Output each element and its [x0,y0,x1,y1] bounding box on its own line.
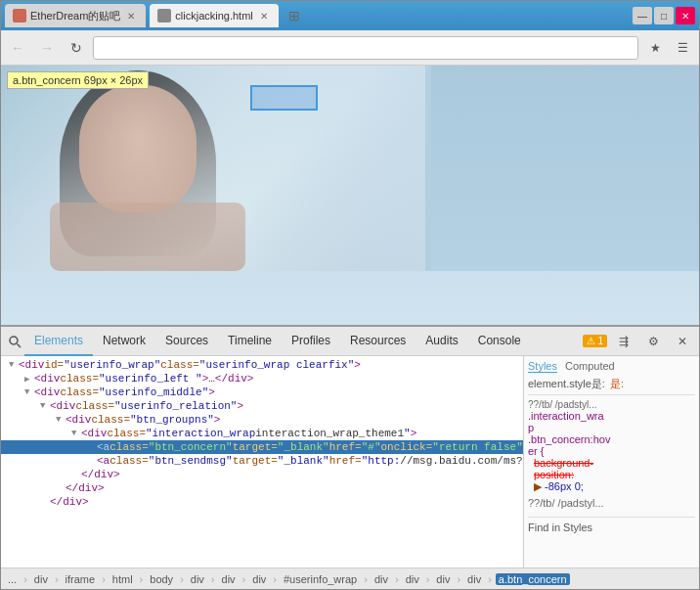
html-line-7[interactable]: <a class="btn_concern" target="_blank" h… [1,440,523,454]
html-line-1[interactable]: ▼ <div id="userinfo_wrap" class="userinf… [1,358,523,372]
html-line-5[interactable]: ▼ <div class="btn_groupns"> [1,413,523,427]
find-in-styles: Find in Styles [528,517,695,533]
triangle-3[interactable]: ▼ [24,387,34,397]
triangle-8[interactable] [87,456,97,466]
style-val-86: -86px 0; [545,480,584,492]
html-line-6[interactable]: ▼ <div class="interaction_wrap interacti… [1,427,523,440]
triangle-10[interactable] [56,483,66,493]
html-line-10[interactable]: </div> [1,481,523,495]
settings-icon[interactable]: ☰ [670,35,695,61]
devtools-search-icon[interactable] [5,332,24,351]
styles-panel-tabs: Styles Computed [528,360,695,373]
devtools-tab-profiles[interactable]: Profiles [282,327,340,356]
style-props-1: background- position: ▶ -86px 0; [528,457,695,493]
page-image-area [1,66,431,271]
tab-close-2[interactable]: ✕ [257,9,271,23]
style-rule-2: ??/tb/ /padstyl... [528,497,695,509]
breadcrumb-item-ellipsis[interactable]: ... [5,573,20,585]
style-rule-selector-1d: er { [528,445,695,457]
minimize-button[interactable]: — [633,7,652,24]
tab-close-1[interactable]: ✕ [124,9,138,23]
triangle-6[interactable]: ▼ [71,429,81,438]
triangle-5[interactable]: ▼ [56,415,66,425]
devtools-close-icon[interactable]: ✕ [670,329,695,354]
styles-panel: Styles Computed element.style是: 是: ??/tb… [523,356,699,567]
devtools-tab-sources[interactable]: Sources [155,327,218,356]
breadcrumb-item-div8[interactable]: div [464,573,484,585]
tab-clickjacking[interactable]: clickjacking.html ✕ [150,4,278,27]
titlebar: EtherDream的贴吧 ✕ clickjacking.html ✕ ⊞ — … [1,1,699,30]
devtools-tab-network[interactable]: Network [93,327,155,356]
tab-etherdream[interactable]: EtherDream的贴吧 ✕ [5,4,146,27]
window-controls: — □ ✕ [633,7,695,24]
devtools-breadcrumb: ... › div › iframe › html › body › div ›… [1,567,699,589]
style-rule-source-1: ??/tb/ /padstyl... [528,399,695,410]
reload-button[interactable]: ↻ [64,35,89,61]
breadcrumb-item-div3[interactable]: div [219,573,239,585]
elements-panel[interactable]: ▼ <div id="userinfo_wrap" class="userinf… [1,356,523,567]
browser-window: EtherDream的贴吧 ✕ clickjacking.html ✕ ⊞ — … [0,0,700,590]
styles-tab-computed[interactable]: Computed [565,360,615,373]
svg-line-1 [18,343,22,347]
style-rule-1: ??/tb/ /padstyl... .interaction_wra p .b… [528,399,695,493]
body-shape [50,203,245,271]
devtools-panel: Elements Network Sources Timeline Profil… [1,325,699,589]
style-rule-selector-1c: .btn_concern:hov [528,433,695,445]
breadcrumb-item-div2[interactable]: div [188,573,207,585]
triangle-2[interactable]: ▶ [24,374,34,385]
style-prop-pos: position: [534,469,574,480]
triangle-11[interactable] [40,497,50,507]
devtools-toolbar-right: ⚠ 1 ⇶ ⚙ ✕ [583,329,695,354]
tooltip-text: a.btn_concern 69px × 26px [13,74,143,86]
html-line-4[interactable]: ▼ <div class="userinfo_relation"> [1,399,523,413]
devtools-gear-icon[interactable]: ⚙ [640,329,666,354]
triangle-9[interactable] [71,470,81,479]
style-prop-triangle: ▶ [534,480,545,492]
warning-icon: ⚠ [587,336,595,346]
devtools-tab-resources[interactable]: Resources [340,327,416,356]
html-line-9[interactable]: </div> [1,468,523,481]
styles-tab-styles[interactable]: Styles [528,360,557,373]
breadcrumb-item-userinfo-wrap[interactable]: #userinfo_wrap [281,573,360,585]
breadcrumb-item-body[interactable]: body [147,573,176,585]
breadcrumb-item-div5[interactable]: div [372,573,391,585]
triangle-7[interactable] [87,442,97,452]
triangle-4[interactable]: ▼ [40,401,50,411]
nav-right-buttons: ★ ☰ [642,35,695,61]
breadcrumb-item-div1[interactable]: div [31,573,51,585]
navbar: ← → ↻ ★ ☰ [1,30,699,66]
html-line-11[interactable]: </div> [1,495,523,509]
new-tab-button[interactable]: ⊞ [283,4,306,27]
browser-content: a.btn_concern 69px × 26px [1,66,699,325]
html-line-2[interactable]: ▶ <div class="userinfo_left ">…</div> [1,372,523,386]
right-overlay [425,66,699,271]
devtools-tab-timeline[interactable]: Timeline [218,327,282,356]
warning-count: 1 [597,336,603,346]
breadcrumb-item-div7[interactable]: div [433,573,453,585]
breadcrumb-item-a-btn-concern[interactable]: a.btn_concern [496,573,570,585]
html-line-8[interactable]: <a class="btn_sendmsg" target="_blank" h… [1,454,523,468]
devtools-tab-elements[interactable]: Elements [24,327,93,356]
maximize-button[interactable]: □ [654,7,674,24]
tab-favicon-2 [157,9,171,23]
styles-icon: 是: [610,378,624,389]
devtools-tab-console[interactable]: Console [468,327,531,356]
address-bar[interactable] [93,36,638,60]
html-line-3[interactable]: ▼ <div class="userinfo_middle"> [1,386,523,399]
breadcrumb-item-div6[interactable]: div [403,573,422,585]
breadcrumb-item-iframe[interactable]: iframe [63,573,99,585]
tab-label-2: clickjacking.html [175,10,252,22]
devtools-node-icon[interactable]: ⇶ [611,329,636,354]
breadcrumb-item-html[interactable]: html [109,573,136,585]
devtools-tab-audits[interactable]: Audits [416,327,467,356]
devtools-toolbar: Elements Network Sources Timeline Profil… [1,327,699,356]
forward-button[interactable]: → [34,35,60,61]
style-rule-source-2: ??/tb/ /padstyl... [528,497,695,509]
triangle-1[interactable]: ▼ [9,360,19,370]
warning-badge: ⚠ 1 [583,335,607,347]
tab-favicon-1 [13,9,26,23]
back-button[interactable]: ← [5,35,30,61]
close-button[interactable]: ✕ [676,7,695,24]
breadcrumb-item-div4[interactable]: div [249,573,269,585]
bookmark-star-icon[interactable]: ★ [642,35,668,61]
